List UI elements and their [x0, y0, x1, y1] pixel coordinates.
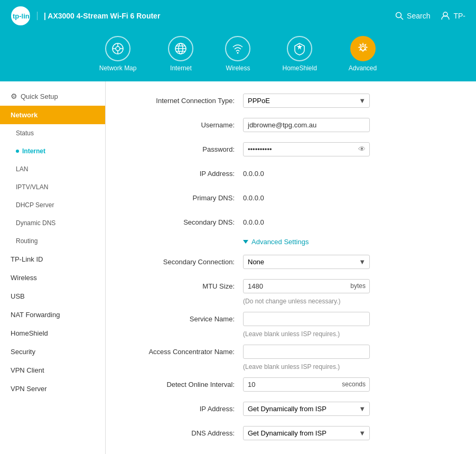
user-menu[interactable]: TP-	[441, 11, 465, 21]
access-concentrator-input[interactable]	[243, 345, 370, 359]
secondary-connection-row: Secondary Connection: None Dynamic IP St…	[127, 253, 455, 270]
service-name-input[interactable]	[243, 312, 370, 326]
lan-label: LAN	[16, 165, 28, 173]
secondary-connection-select-wrap: None Dynamic IP Static IP ▼	[243, 255, 370, 269]
password-control: 👁	[243, 142, 370, 156]
internet-label: Internet	[22, 147, 45, 155]
homeshield-label: HomeShield	[282, 64, 316, 72]
ip-address2-control: Get Dynamically from ISP Use the followi…	[243, 402, 370, 416]
detect-interval-row: Detect Online Interval: seconds	[127, 376, 455, 393]
tp-link-id-label: TP-Link ID	[11, 255, 43, 263]
network-label: Network	[11, 111, 38, 119]
sidebar-item-security[interactable]: Security	[0, 342, 105, 361]
quick-setup-label: Quick Setup	[21, 92, 58, 100]
router-title: | AX3000 4-Stream Wi-Fi 6 Router	[37, 12, 160, 20]
username-row: Username:	[127, 116, 455, 133]
wireless-label: Wireless	[11, 274, 37, 282]
connection-type-row: Internet Connection Type: PPPoE Dynamic …	[127, 92, 455, 109]
advanced-icon	[350, 36, 376, 61]
detect-interval-label: Detect Online Interval:	[127, 381, 243, 388]
eye-icon[interactable]: 👁	[358, 145, 366, 153]
sidebar-item-internet[interactable]: Internet	[0, 142, 105, 160]
mtu-size-input-wrap: bytes	[243, 279, 370, 293]
svg-point-17	[361, 47, 365, 51]
vpn-server-label: VPN Server	[11, 385, 47, 393]
dns-address-select-wrap: Get Dynamically from ISP Use the followi…	[243, 426, 370, 440]
sidebar-item-wireless[interactable]: Wireless	[0, 268, 105, 287]
sidebar-item-dhcp[interactable]: DHCP Server	[0, 196, 105, 214]
secondary-connection-control: None Dynamic IP Static IP ▼	[243, 255, 370, 269]
nav-tabs: Network Map Internet Wireless	[0, 32, 476, 81]
sidebar-item-quick-setup[interactable]: ⚙ Quick Setup	[0, 87, 105, 106]
tab-advanced[interactable]: Advanced	[333, 32, 393, 76]
ip-address-row: IP Address: 0.0.0.0	[127, 165, 455, 182]
sidebar: ⚙ Quick Setup Network Status Internet LA…	[0, 81, 106, 454]
content-area: Internet Connection Type: PPPoE Dynamic …	[106, 81, 476, 454]
detect-interval-input-wrap: seconds	[243, 377, 370, 392]
tp-link-logo: tp-link	[11, 6, 31, 26]
primary-dns-value: 0.0.0.0	[243, 194, 264, 202]
internet-icon	[168, 36, 193, 61]
access-concentrator-control	[243, 345, 370, 359]
wireless-label: Wireless	[226, 64, 250, 72]
svg-point-16	[237, 52, 239, 54]
tab-network-map[interactable]: Network Map	[83, 32, 153, 76]
navbar: tp-link | AX3000 4-Stream Wi-Fi 6 Router…	[0, 0, 476, 32]
detect-interval-control: seconds	[243, 377, 370, 392]
homeshield-label: HomeShield	[11, 329, 48, 337]
search-button[interactable]: Search	[395, 12, 430, 20]
sidebar-item-lan[interactable]: LAN	[0, 160, 105, 178]
sidebar-item-usb[interactable]: USB	[0, 287, 105, 305]
homeshield-icon	[287, 36, 312, 61]
sidebar-item-iptv[interactable]: IPTV/VLAN	[0, 178, 105, 196]
service-name-row: Service Name:	[127, 310, 455, 327]
search-label: Search	[407, 12, 430, 20]
status-label: Status	[16, 129, 34, 137]
dhcp-label: DHCP Server	[16, 201, 54, 209]
ip-address2-select-wrap: Get Dynamically from ISP Use the followi…	[243, 402, 370, 416]
routing-label: Routing	[16, 237, 38, 245]
dns-address-select[interactable]: Get Dynamically from ISP Use the followi…	[243, 426, 370, 440]
network-map-icon	[105, 36, 130, 61]
sidebar-item-homeshield[interactable]: HomeShield	[0, 324, 105, 342]
sidebar-item-tp-link-id[interactable]: TP-Link ID	[0, 250, 105, 268]
tab-internet[interactable]: Internet	[152, 32, 209, 76]
password-input[interactable]	[243, 142, 370, 156]
sidebar-item-status[interactable]: Status	[0, 124, 105, 142]
mtu-hint: (Do not change unless necessary.)	[243, 298, 455, 305]
vpn-client-label: VPN Client	[11, 366, 44, 374]
dns-address-label: DNS Address:	[127, 429, 243, 437]
sidebar-item-nat-forwarding[interactable]: NAT Forwarding	[0, 305, 105, 324]
ip-address-control: 0.0.0.0	[243, 170, 370, 178]
primary-dns2-row: Primary DNS: 0.0.0.0	[127, 449, 455, 454]
service-name-label: Service Name:	[127, 315, 243, 323]
sidebar-item-network[interactable]: Network	[0, 106, 105, 124]
gear-icon: ⚙	[11, 92, 17, 100]
username-input[interactable]	[243, 118, 370, 132]
logo: tp-link | AX3000 4-Stream Wi-Fi 6 Router	[11, 6, 160, 26]
primary-dns-label: Primary DNS:	[127, 194, 243, 202]
sidebar-item-vpn-server[interactable]: VPN Server	[0, 379, 105, 398]
sidebar-item-vpn-client[interactable]: VPN Client	[0, 361, 105, 379]
user-label: TP-	[453, 12, 465, 20]
primary-dns-control: 0.0.0.0	[243, 194, 370, 202]
username-control	[243, 118, 370, 132]
access-concentrator-label: Access Concentrator Name:	[127, 348, 243, 356]
connection-type-label: Internet Connection Type:	[127, 97, 243, 105]
detect-interval-input[interactable]	[243, 377, 370, 392]
access-concentrator-row: Access Concentrator Name:	[127, 343, 455, 360]
sidebar-item-dynamic-dns[interactable]: Dynamic DNS	[0, 214, 105, 232]
connection-type-select[interactable]: PPPoE Dynamic IP Static IP L2TP PPTP	[243, 94, 370, 108]
tab-homeshield[interactable]: HomeShield	[266, 32, 332, 76]
secondary-dns-row: Secondary DNS: 0.0.0.0	[127, 214, 455, 230]
mtu-size-input[interactable]	[243, 279, 370, 293]
sidebar-item-routing[interactable]: Routing	[0, 232, 105, 250]
secondary-connection-select[interactable]: None Dynamic IP Static IP	[243, 255, 370, 269]
advanced-settings-toggle[interactable]: Advanced Settings	[243, 238, 455, 246]
ip-address2-select[interactable]: Get Dynamically from ISP Use the followi…	[243, 402, 370, 416]
active-dot	[16, 150, 19, 153]
tab-wireless[interactable]: Wireless	[209, 32, 266, 76]
access-concentrator-hint: (Leave blank unless ISP requires.)	[243, 363, 455, 370]
primary-dns-row: Primary DNS: 0.0.0.0	[127, 189, 455, 206]
network-map-label: Network Map	[99, 64, 137, 72]
